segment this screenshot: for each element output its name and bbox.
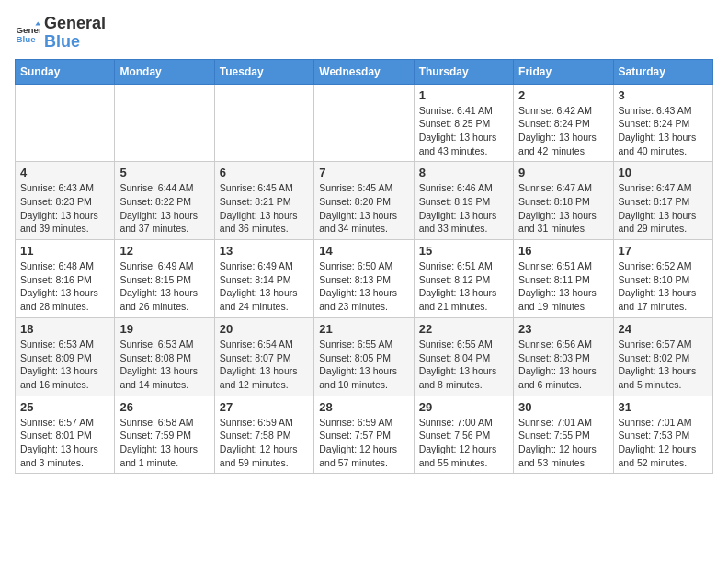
calendar-week-4: 25Sunrise: 6:57 AMSunset: 8:01 PMDayligh… bbox=[16, 396, 713, 474]
page-header: General Blue General Blue bbox=[15, 15, 713, 52]
day-number: 27 bbox=[220, 400, 309, 414]
day-number: 23 bbox=[518, 322, 608, 336]
day-number: 14 bbox=[319, 244, 408, 258]
calendar-cell-10: 7Sunrise: 6:45 AMSunset: 8:20 PMDaylight… bbox=[314, 162, 414, 240]
day-number: 3 bbox=[619, 88, 708, 102]
calendar-cell-16: 13Sunrise: 6:49 AMSunset: 8:14 PMDayligh… bbox=[214, 240, 313, 318]
day-number: 17 bbox=[619, 244, 708, 258]
day-number: 11 bbox=[20, 244, 109, 258]
calendar-cell-18: 15Sunrise: 6:51 AMSunset: 8:12 PMDayligh… bbox=[414, 240, 513, 318]
day-number: 1 bbox=[419, 88, 508, 102]
day-info: Sunrise: 6:55 AMSunset: 8:04 PMDaylight:… bbox=[419, 338, 508, 392]
calendar-cell-8: 5Sunrise: 6:44 AMSunset: 8:22 PMDaylight… bbox=[115, 162, 214, 240]
calendar-cell-26: 23Sunrise: 6:56 AMSunset: 8:03 PMDayligh… bbox=[514, 317, 613, 396]
day-number: 12 bbox=[119, 244, 209, 258]
calendar-cell-22: 19Sunrise: 6:53 AMSunset: 8:08 PMDayligh… bbox=[115, 317, 214, 396]
day-number: 7 bbox=[319, 166, 408, 179]
day-number: 2 bbox=[518, 88, 608, 102]
calendar-cell-29: 26Sunrise: 6:58 AMSunset: 7:59 PMDayligh… bbox=[115, 396, 214, 474]
day-number: 5 bbox=[119, 166, 209, 179]
calendar-cell-31: 28Sunrise: 6:59 AMSunset: 7:57 PMDayligh… bbox=[314, 396, 414, 474]
day-info: Sunrise: 6:52 AMSunset: 8:10 PMDaylight:… bbox=[619, 259, 708, 314]
day-info: Sunrise: 6:45 AMSunset: 8:20 PMDaylight:… bbox=[319, 181, 408, 236]
day-info: Sunrise: 6:51 AMSunset: 8:12 PMDaylight:… bbox=[419, 259, 508, 314]
calendar-week-3: 18Sunrise: 6:53 AMSunset: 8:09 PMDayligh… bbox=[16, 317, 713, 396]
logo-text: General Blue bbox=[44, 15, 106, 52]
day-number: 16 bbox=[518, 244, 608, 258]
day-number: 13 bbox=[220, 244, 309, 258]
day-info: Sunrise: 6:43 AMSunset: 8:23 PMDaylight:… bbox=[20, 181, 109, 236]
calendar-header-thursday: Thursday bbox=[414, 59, 513, 84]
day-number: 29 bbox=[419, 400, 508, 414]
day-info: Sunrise: 6:49 AMSunset: 8:15 PMDaylight:… bbox=[119, 259, 209, 314]
day-info: Sunrise: 6:59 AMSunset: 7:57 PMDaylight:… bbox=[319, 416, 408, 470]
day-info: Sunrise: 6:45 AMSunset: 8:21 PMDaylight:… bbox=[220, 181, 309, 236]
calendar-cell-9: 6Sunrise: 6:45 AMSunset: 8:21 PMDaylight… bbox=[214, 162, 313, 240]
day-number: 6 bbox=[220, 166, 309, 179]
day-info: Sunrise: 6:53 AMSunset: 8:09 PMDaylight:… bbox=[20, 338, 109, 392]
day-info: Sunrise: 6:53 AMSunset: 8:08 PMDaylight:… bbox=[119, 338, 209, 392]
calendar-cell-0 bbox=[16, 84, 115, 162]
calendar-cell-21: 18Sunrise: 6:53 AMSunset: 8:09 PMDayligh… bbox=[16, 317, 115, 396]
calendar-header-friday: Friday bbox=[514, 59, 613, 84]
calendar-cell-20: 17Sunrise: 6:52 AMSunset: 8:10 PMDayligh… bbox=[613, 240, 712, 318]
calendar-header-wednesday: Wednesday bbox=[314, 59, 414, 84]
calendar-header-row: SundayMondayTuesdayWednesdayThursdayFrid… bbox=[16, 59, 713, 84]
calendar-cell-4: 1Sunrise: 6:41 AMSunset: 8:25 PMDaylight… bbox=[414, 84, 513, 162]
calendar-cell-15: 12Sunrise: 6:49 AMSunset: 8:15 PMDayligh… bbox=[115, 240, 214, 318]
calendar-cell-23: 20Sunrise: 6:54 AMSunset: 8:07 PMDayligh… bbox=[214, 317, 313, 396]
day-number: 22 bbox=[419, 322, 508, 336]
day-info: Sunrise: 6:44 AMSunset: 8:22 PMDaylight:… bbox=[119, 181, 209, 236]
calendar-cell-5: 2Sunrise: 6:42 AMSunset: 8:24 PMDaylight… bbox=[514, 84, 613, 162]
day-info: Sunrise: 7:01 AMSunset: 7:53 PMDaylight:… bbox=[619, 416, 708, 470]
calendar-header-saturday: Saturday bbox=[613, 59, 712, 84]
calendar-week-2: 11Sunrise: 6:48 AMSunset: 8:16 PMDayligh… bbox=[16, 240, 713, 318]
calendar-week-0: 1Sunrise: 6:41 AMSunset: 8:25 PMDaylight… bbox=[16, 84, 713, 162]
calendar-cell-33: 30Sunrise: 7:01 AMSunset: 7:55 PMDayligh… bbox=[514, 396, 613, 474]
day-info: Sunrise: 6:58 AMSunset: 7:59 PMDaylight:… bbox=[119, 416, 209, 470]
day-info: Sunrise: 6:59 AMSunset: 7:58 PMDaylight:… bbox=[220, 416, 309, 470]
calendar-cell-3 bbox=[314, 84, 414, 162]
calendar-cell-34: 31Sunrise: 7:01 AMSunset: 7:53 PMDayligh… bbox=[613, 396, 712, 474]
calendar-cell-1 bbox=[115, 84, 214, 162]
calendar-cell-12: 9Sunrise: 6:47 AMSunset: 8:18 PMDaylight… bbox=[514, 162, 613, 240]
day-number: 31 bbox=[619, 400, 708, 414]
calendar-cell-27: 24Sunrise: 6:57 AMSunset: 8:02 PMDayligh… bbox=[613, 317, 712, 396]
day-info: Sunrise: 6:55 AMSunset: 8:05 PMDaylight:… bbox=[319, 338, 408, 392]
calendar-cell-25: 22Sunrise: 6:55 AMSunset: 8:04 PMDayligh… bbox=[414, 317, 513, 396]
calendar-cell-6: 3Sunrise: 6:43 AMSunset: 8:24 PMDaylight… bbox=[613, 84, 712, 162]
day-info: Sunrise: 6:56 AMSunset: 8:03 PMDaylight:… bbox=[518, 338, 608, 392]
calendar-cell-19: 16Sunrise: 6:51 AMSunset: 8:11 PMDayligh… bbox=[514, 240, 613, 318]
day-info: Sunrise: 6:47 AMSunset: 8:17 PMDaylight:… bbox=[619, 181, 708, 236]
day-info: Sunrise: 6:47 AMSunset: 8:18 PMDaylight:… bbox=[518, 181, 608, 236]
day-info: Sunrise: 6:46 AMSunset: 8:19 PMDaylight:… bbox=[419, 181, 508, 236]
calendar-cell-13: 10Sunrise: 6:47 AMSunset: 8:17 PMDayligh… bbox=[613, 162, 712, 240]
calendar-header-monday: Monday bbox=[115, 59, 214, 84]
calendar-cell-2 bbox=[214, 84, 313, 162]
day-number: 8 bbox=[419, 166, 508, 179]
day-info: Sunrise: 6:48 AMSunset: 8:16 PMDaylight:… bbox=[20, 259, 109, 314]
day-info: Sunrise: 6:57 AMSunset: 8:02 PMDaylight:… bbox=[619, 338, 708, 392]
day-number: 28 bbox=[319, 400, 408, 414]
day-number: 10 bbox=[619, 166, 708, 179]
day-number: 15 bbox=[419, 244, 508, 258]
calendar-cell-11: 8Sunrise: 6:46 AMSunset: 8:19 PMDaylight… bbox=[414, 162, 513, 240]
day-info: Sunrise: 6:41 AMSunset: 8:25 PMDaylight:… bbox=[419, 104, 508, 158]
day-number: 20 bbox=[220, 322, 309, 336]
day-number: 18 bbox=[20, 322, 109, 336]
svg-marker-2 bbox=[35, 21, 40, 25]
day-number: 30 bbox=[518, 400, 608, 414]
calendar-header-sunday: Sunday bbox=[16, 59, 115, 84]
day-number: 4 bbox=[20, 166, 109, 179]
calendar-cell-17: 14Sunrise: 6:50 AMSunset: 8:13 PMDayligh… bbox=[314, 240, 414, 318]
calendar-week-1: 4Sunrise: 6:43 AMSunset: 8:23 PMDaylight… bbox=[16, 162, 713, 240]
day-number: 25 bbox=[20, 400, 109, 414]
calendar-cell-32: 29Sunrise: 7:00 AMSunset: 7:56 PMDayligh… bbox=[414, 396, 513, 474]
day-info: Sunrise: 6:57 AMSunset: 8:01 PMDaylight:… bbox=[20, 416, 109, 470]
day-info: Sunrise: 6:54 AMSunset: 8:07 PMDaylight:… bbox=[220, 338, 309, 392]
day-info: Sunrise: 7:01 AMSunset: 7:55 PMDaylight:… bbox=[518, 416, 608, 470]
day-info: Sunrise: 6:49 AMSunset: 8:14 PMDaylight:… bbox=[220, 259, 309, 314]
day-number: 19 bbox=[119, 322, 209, 336]
day-number: 26 bbox=[119, 400, 209, 414]
calendar-table: SundayMondayTuesdayWednesdayThursdayFrid… bbox=[15, 59, 713, 475]
